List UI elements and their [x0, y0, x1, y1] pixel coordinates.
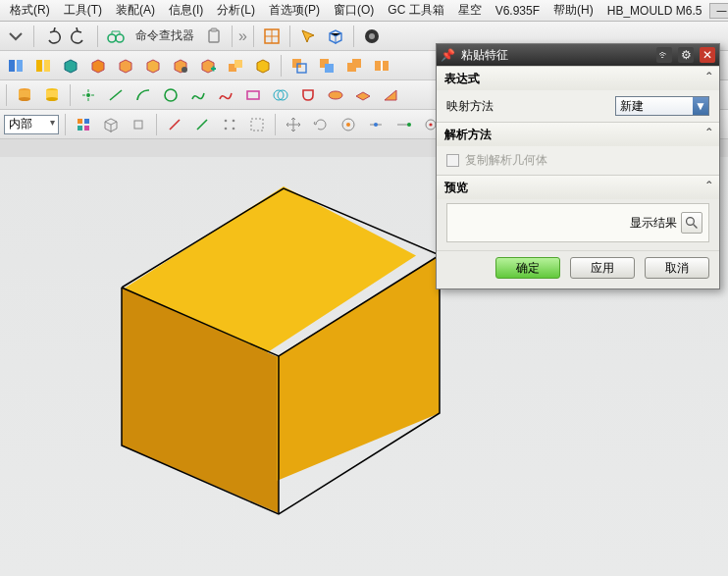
copy-geometry-label: 复制解析几何体: [465, 152, 547, 169]
svg-point-48: [429, 123, 432, 126]
menu-starsky[interactable]: 星空: [452, 0, 488, 21]
box-union-icon[interactable]: [342, 54, 366, 78]
svg-point-28: [165, 89, 177, 101]
section-preview-header[interactable]: 预览 ˆ: [437, 176, 719, 199]
filter-dropdown[interactable]: 内部: [4, 115, 59, 134]
svg-point-27: [86, 93, 90, 97]
disc-orange-icon[interactable]: [324, 83, 347, 107]
grid-dots-icon[interactable]: [218, 113, 241, 136]
wedge-orange-icon[interactable]: [379, 83, 402, 107]
svg-rect-42: [251, 119, 263, 131]
pin-icon[interactable]: 📌: [441, 48, 455, 62]
arc-icon[interactable]: [131, 83, 155, 107]
rotate-icon[interactable]: [309, 113, 333, 136]
apply-button[interactable]: 应用: [570, 257, 635, 279]
curve-red-icon[interactable]: [214, 83, 237, 107]
menu-format[interactable]: 格式(R): [4, 0, 56, 21]
mapping-method-select[interactable]: 新建 ▼: [615, 96, 709, 116]
snap-point-icon[interactable]: [337, 113, 360, 136]
redo-button[interactable]: [68, 25, 91, 48]
dashed-box-icon[interactable]: [245, 113, 269, 136]
chevron-up-icon-2: ˆ: [706, 127, 711, 142]
clipboard-icon[interactable]: [202, 25, 226, 48]
box-orange-plus-icon[interactable]: [196, 54, 220, 78]
section-expression-label: 表达式: [444, 71, 480, 87]
section-resolve-header[interactable]: 解析方法 ˆ: [437, 123, 719, 146]
box-orange-2-icon[interactable]: [114, 54, 137, 78]
command-finder-label: 命令查找器: [131, 27, 198, 44]
magnifier-icon: [685, 216, 699, 230]
circle-dark-icon[interactable]: [360, 25, 384, 48]
spline-icon[interactable]: [186, 83, 210, 107]
svg-point-0: [108, 34, 116, 42]
box-split-icon[interactable]: [370, 54, 393, 78]
svg-point-39: [233, 119, 235, 122]
svg-rect-2: [209, 30, 219, 42]
ok-button-label: 确定: [516, 260, 540, 277]
box-yellow-icon[interactable]: [251, 54, 275, 78]
intersect-cyan-icon[interactable]: [269, 83, 292, 107]
svg-point-23: [19, 97, 30, 101]
line-icon[interactable]: [104, 83, 128, 107]
svg-point-32: [329, 91, 342, 99]
menu-gc-toolbox[interactable]: GC 工具箱: [382, 0, 449, 21]
selection-mode-icon[interactable]: [72, 113, 95, 136]
svg-rect-10: [44, 60, 50, 72]
slab-orange-icon[interactable]: [351, 83, 375, 107]
box-orange-3-icon[interactable]: [141, 54, 165, 78]
dialog-close-button[interactable]: ✕: [700, 47, 715, 63]
menu-hbmould: HB_MOULD M6.5: [601, 2, 708, 20]
section-resolve-label: 解析方法: [444, 127, 492, 143]
snap-mid-icon[interactable]: [364, 113, 388, 136]
dialog-settings-icon[interactable]: ⚙: [678, 47, 694, 63]
menu-info[interactable]: 信息(I): [163, 0, 209, 21]
dialog-titlebar[interactable]: 📌 粘贴特征 ᯤ ⚙ ✕: [437, 44, 719, 66]
menu-bar: 格式(R) 工具(T) 装配(A) 信息(I) 分析(L) 首选项(P) 窗口(…: [0, 0, 728, 22]
box-intersect-icon[interactable]: [287, 54, 311, 78]
cylinder-orange-icon[interactable]: [13, 83, 36, 107]
show-result-button[interactable]: [681, 212, 702, 234]
svg-point-51: [687, 218, 695, 226]
point-icon[interactable]: [77, 83, 100, 107]
circle-green-icon[interactable]: [159, 83, 182, 107]
dialog-target-icon[interactable]: ᯤ: [656, 47, 672, 63]
undo-button[interactable]: [40, 25, 64, 48]
menu-assembly[interactable]: 装配(A): [110, 0, 161, 21]
snap-end-icon[interactable]: [391, 113, 415, 136]
select-arrow-icon[interactable]: [296, 25, 320, 48]
book-blue-icon[interactable]: [4, 54, 27, 78]
ok-button[interactable]: 确定: [495, 257, 560, 279]
wireframe-cube-icon[interactable]: [99, 113, 123, 136]
svg-point-46: [407, 123, 411, 127]
shape-red-icon[interactable]: [296, 83, 320, 107]
box-stack-orange-icon[interactable]: [224, 54, 247, 78]
box-blue-icon[interactable]: [324, 25, 347, 48]
grid-orange-icon[interactable]: [260, 25, 284, 48]
mapping-method-label: 映射方法: [446, 98, 494, 115]
move-icon[interactable]: [282, 113, 305, 136]
axis-red-icon[interactable]: [163, 113, 186, 136]
window-minimize-button[interactable]: —: [709, 3, 728, 19]
svg-rect-35: [78, 126, 82, 131]
overflow-icon[interactable]: »: [238, 27, 247, 45]
cylinder-yellow-icon[interactable]: [40, 83, 64, 107]
axis-green-icon[interactable]: [190, 113, 214, 136]
small-cube-icon[interactable]: [127, 113, 150, 136]
menu-analysis[interactable]: 分析(L): [211, 0, 261, 21]
menu-window[interactable]: 窗口(O): [328, 0, 380, 21]
box-subtract-icon[interactable]: [315, 54, 338, 78]
box-orange-gear-icon[interactable]: [169, 54, 192, 78]
dropdown-indicator-icon[interactable]: [4, 25, 27, 48]
menu-tools[interactable]: 工具(T): [58, 0, 108, 21]
cancel-button[interactable]: 取消: [645, 257, 709, 279]
chevron-up-icon: ˆ: [706, 71, 711, 86]
section-expression-header[interactable]: 表达式 ˆ: [437, 67, 719, 90]
svg-point-43: [346, 123, 350, 127]
binoculars-icon[interactable]: [104, 25, 128, 48]
menu-preferences[interactable]: 首选项(P): [263, 0, 326, 21]
menu-help[interactable]: 帮助(H): [547, 0, 599, 21]
book-yellow-icon[interactable]: [31, 54, 55, 78]
box-orange-1-icon[interactable]: [86, 54, 110, 78]
box-teal-icon[interactable]: [59, 54, 82, 78]
rect-pink-icon[interactable]: [241, 83, 265, 107]
